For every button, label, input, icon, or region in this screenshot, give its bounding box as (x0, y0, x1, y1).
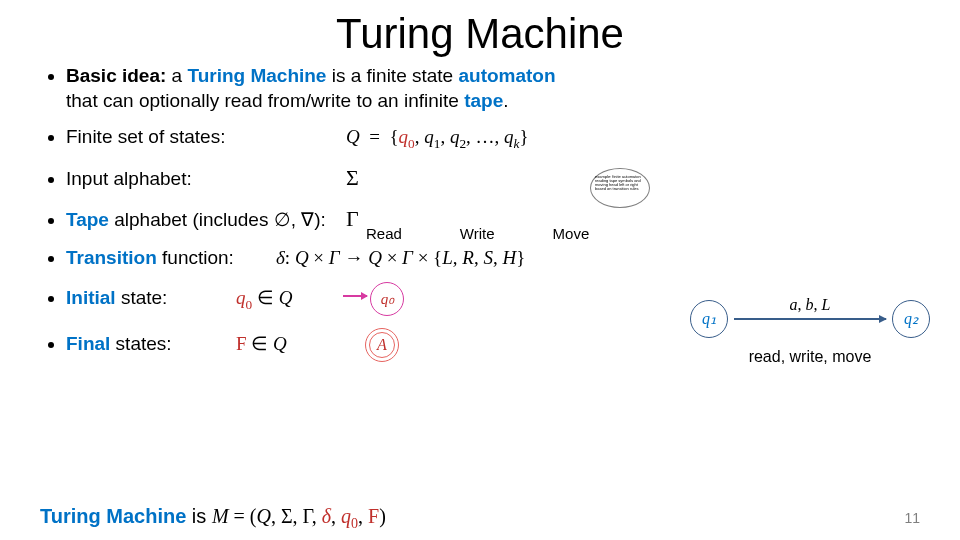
slide-title: Turing Machine (40, 10, 920, 58)
term-automaton: automaton (458, 65, 555, 86)
term-tape-alphabet: Tape (66, 209, 109, 230)
diagram-subtitle: read, write, move (690, 348, 930, 366)
math-initial: q0 ∈ Q (236, 286, 292, 313)
transition-arrow-icon: a, b, L (734, 318, 886, 320)
math-final: F ∈ Q (236, 332, 287, 357)
math-states: Q = {q0, q1, q2, …, qk} (346, 125, 529, 152)
math-sigma: Σ (346, 164, 359, 193)
slide: Turing Machine Basic idea: a Turing Mach… (0, 0, 960, 540)
page-number: 11 (904, 510, 920, 526)
math-transition: δ: Q × Γ → Q × Γ × {L, R, S, H} (276, 246, 525, 271)
tape-callout-icon: example: finite automaton reading tape s… (590, 168, 650, 208)
label-input-alphabet: Input alphabet: (66, 167, 326, 192)
initial-arrow-icon (343, 295, 367, 297)
bullet-basic-idea: Basic idea: a Turing Machine is a finite… (66, 64, 920, 113)
bullet-states: Finite set of states: Q = {q0, q1, q2, …… (66, 125, 920, 152)
label-basic-idea: Basic idea: (66, 65, 166, 86)
edge-label: a, b, L (790, 296, 831, 314)
term-transition: Transition (66, 247, 157, 268)
transition-diagram: q₁ a, b, L q₂ read, write, move (690, 300, 930, 366)
annotation-write: Write (460, 224, 495, 244)
bullet-input-alphabet: Input alphabet: Σ (66, 164, 920, 193)
annotation-read: Read (366, 224, 402, 244)
math-tuple: M = (Q, Σ, Γ, δ, q0, F) (212, 505, 386, 527)
term-turing-machine: Turing Machine (187, 65, 326, 86)
label-states: Finite set of states: (66, 125, 326, 150)
term-tape: tape (464, 90, 503, 111)
state-node-q1: q₁ (690, 300, 728, 338)
final-state-node: A (365, 328, 399, 362)
term-initial: Initial (66, 287, 116, 308)
annotation-move: Move (553, 224, 590, 244)
initial-state-node: q₀ (370, 282, 404, 316)
term-final: Final (66, 333, 110, 354)
summary-line: Turing Machine is M = (Q, Σ, Γ, δ, q0, F… (40, 505, 386, 532)
math-gamma: Γ (346, 205, 359, 234)
bullet-transition: Read Write Move Transition function: δ: … (66, 246, 920, 271)
state-node-q2: q₂ (892, 300, 930, 338)
